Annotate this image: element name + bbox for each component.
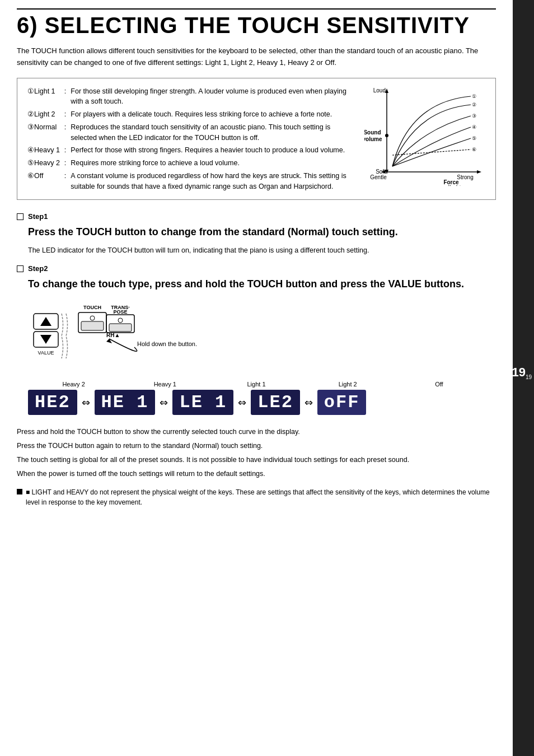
- step1-box: [17, 213, 24, 220]
- svg-text:④: ④: [472, 124, 476, 130]
- hold-label: Hold down the button.: [137, 340, 197, 347]
- main-content: 6) SELECTING THE TOUCH SENSITIVITY The T…: [0, 0, 513, 519]
- bullet-square: [17, 489, 22, 494]
- display-arrow: ⇔: [238, 396, 246, 409]
- buttons-svg: VALUE TOUCH TRANS· POSE RH▲ Hold down: [28, 297, 218, 370]
- display-item-label: Off: [394, 381, 485, 388]
- page-title: 6) SELECTING THE TOUCH SENSITIVITY: [17, 13, 496, 38]
- setting-row: ⑥Off : A constant volume is produced reg…: [25, 170, 353, 193]
- svg-text:RH▲: RH▲: [106, 332, 120, 338]
- touch-graph: Loud Soft Gentle Strong Sound volume For…: [364, 85, 488, 186]
- page-number: 19: [512, 365, 525, 380]
- button-illustration: VALUE TOUCH TRANS· POSE RH▲ Hold down: [28, 297, 485, 370]
- setting-colon: :: [62, 144, 68, 157]
- step1-sub-text: The LED indicator for the TOUCH button w…: [28, 245, 496, 256]
- step2-main-text: To change the touch type, press and hold…: [28, 277, 496, 291]
- setting-colon: :: [62, 85, 68, 109]
- svg-text:volume: volume: [364, 136, 382, 142]
- setting-desc: Perfect for those with strong fingers. R…: [68, 144, 353, 157]
- display-item-value: HE 1: [95, 390, 156, 415]
- setting-row: ①Light 1 : For those still developing fi…: [25, 85, 353, 109]
- setting-colon: :: [62, 121, 68, 144]
- svg-text:③: ③: [472, 113, 476, 119]
- setting-desc: For those still developing finger streng…: [68, 85, 353, 109]
- bullet-note: ■ LIGHT and HEAVY do not represent the p…: [17, 487, 496, 507]
- chapter-number: 2: [500, 374, 506, 386]
- setting-colon: :: [62, 170, 68, 193]
- note-item: When the power is turned off the touch s…: [17, 468, 496, 479]
- display-item-value: LE 1: [172, 390, 233, 415]
- setting-colon: :: [62, 157, 68, 170]
- display-item-label: Light 2: [302, 381, 394, 388]
- display-items: HE2⇔HE 1⇔LE 1⇔LE2⇔oFF: [28, 390, 485, 415]
- display-item-label: Heavy 1: [119, 381, 210, 388]
- setting-name: ④Heavy 1: [25, 144, 62, 157]
- note-item: The touch setting is global for all of t…: [17, 454, 496, 465]
- svg-rect-30: [81, 321, 104, 330]
- setting-row: ④Heavy 1 : Perfect for those with strong…: [25, 144, 353, 157]
- display-arrow: ⇔: [82, 396, 90, 409]
- svg-marker-25: [40, 335, 51, 344]
- setting-desc: A constant volume is produced regardless…: [68, 170, 353, 193]
- display-sequence: Heavy 2Heavy 1Light 1Light 2Off HE2⇔HE 1…: [28, 381, 485, 415]
- svg-text:⑥: ⑥: [472, 147, 476, 152]
- step2-header: Step2: [17, 264, 496, 273]
- setting-desc: For players with a delicate touch. Requi…: [68, 108, 353, 121]
- svg-text:Sound: Sound: [364, 129, 381, 136]
- step1-header: Step1: [17, 212, 496, 221]
- side-tab: 19 19 PLAYING THE PIANO 2: [513, 0, 534, 756]
- svg-text:Loud: Loud: [373, 87, 386, 94]
- setting-row: ②Light 2 : For players with a delicate t…: [25, 108, 353, 121]
- svg-marker-4: [477, 170, 481, 174]
- svg-text:⑤: ⑤: [472, 136, 476, 141]
- setting-row: ③Normal : Reproduces the standard touch …: [25, 121, 353, 144]
- display-item-value: oFF: [317, 390, 367, 415]
- svg-text:Strong: Strong: [457, 174, 473, 180]
- info-box: ①Light 1 : For those still developing fi…: [17, 78, 496, 200]
- step2-label: Step2: [28, 264, 48, 273]
- display-item-value: HE2: [28, 390, 77, 415]
- note-item: Press the TOUCH button again to return t…: [17, 440, 496, 451]
- svg-text:applied to: applied to: [438, 185, 464, 186]
- display-item-value: LE2: [251, 390, 300, 415]
- setting-row: ⑤Heavy 2 : Requires more striking force …: [25, 157, 353, 170]
- svg-rect-35: [109, 324, 132, 332]
- step1-main-text: Press the TOUCH button to change from th…: [28, 225, 496, 239]
- setting-name: ①Light 1: [25, 85, 62, 109]
- svg-text:TOUCH: TOUCH: [83, 305, 101, 310]
- setting-name: ③Normal: [25, 121, 62, 144]
- setting-desc: Requires more striking force to achieve …: [68, 157, 353, 170]
- display-item-label: Light 1: [210, 381, 302, 388]
- step1-label: Step1: [28, 212, 48, 221]
- setting-desc: Reproduces the standard touch sensitivit…: [68, 121, 353, 144]
- svg-text:VALUE: VALUE: [38, 350, 54, 356]
- bottom-notes: Press and hold the TOUCH button to show …: [17, 426, 496, 507]
- display-item-label: Heavy 2: [28, 381, 119, 388]
- svg-marker-23: [40, 317, 51, 326]
- bullet-note-text: ■ LIGHT and HEAVY do not represent the p…: [26, 487, 496, 507]
- chapter-label: PLAYING THE PIANO: [506, 349, 512, 413]
- step2-box: [17, 265, 24, 272]
- page-label: 19: [526, 374, 532, 380]
- display-arrow: ⇔: [160, 396, 168, 409]
- setting-name: ⑤Heavy 2: [25, 157, 62, 170]
- svg-text:①: ①: [472, 94, 476, 99]
- svg-point-29: [90, 316, 95, 320]
- graph-area: Loud Soft Gentle Strong Sound volume For…: [364, 85, 488, 193]
- settings-table: ①Light 1 : For those still developing fi…: [25, 85, 353, 193]
- setting-name: ⑥Off: [25, 170, 62, 193]
- svg-text:②: ②: [472, 102, 476, 108]
- svg-point-34: [118, 318, 123, 323]
- setting-colon: :: [62, 108, 68, 121]
- svg-text:POSE: POSE: [113, 309, 127, 315]
- top-rule: [17, 8, 496, 10]
- display-arrow: ⇔: [305, 396, 313, 409]
- note-item: Press and hold the TOUCH button to show …: [17, 426, 496, 437]
- svg-point-15: [385, 134, 388, 137]
- display-labels: Heavy 2Heavy 1Light 1Light 2Off: [28, 381, 485, 388]
- intro-text: The TOUCH function allows different touc…: [17, 45, 496, 69]
- setting-name: ②Light 2: [25, 108, 62, 121]
- svg-text:Gentle: Gentle: [370, 174, 387, 180]
